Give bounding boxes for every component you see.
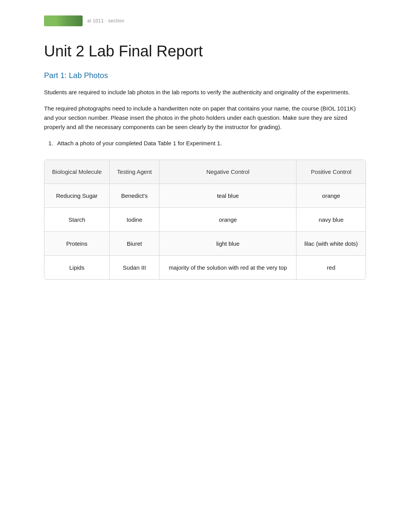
page-title: Unit 2 Lab Final Report — [44, 42, 366, 60]
cell-testing-agent: Sudan III — [110, 256, 159, 280]
cell-positive-control: navy blue — [296, 208, 366, 232]
table-row: Reducing SugarBenedict'steal blueorange — [44, 184, 366, 208]
cell-negative-control: majority of the solution with red at the… — [159, 256, 296, 280]
table-row: StarchIodineorangenavy blue — [44, 208, 366, 232]
header-bar: al 1011 · section — [44, 15, 366, 26]
cell-positive-control: lilac (with white dots) — [296, 232, 366, 256]
logo-block — [44, 15, 83, 26]
data-table-wrapper: Biological Molecule Testing Agent Negati… — [44, 160, 366, 280]
cell-testing-agent: Iodine — [110, 208, 159, 232]
section1-paragraph1: Students are required to include lab pho… — [44, 88, 366, 97]
col-header-molecule: Biological Molecule — [44, 160, 110, 184]
cell-molecule: Starch — [44, 208, 110, 232]
col-header-positive: Positive Control — [296, 160, 366, 184]
cell-negative-control: teal blue — [159, 184, 296, 208]
header-subtitle: al 1011 · section — [87, 18, 124, 24]
data-table: Biological Molecule Testing Agent Negati… — [44, 160, 366, 279]
cell-negative-control: light blue — [159, 232, 296, 256]
table-row: ProteinsBiuretlight bluelilac (with whit… — [44, 232, 366, 256]
cell-molecule: Reducing Sugar — [44, 184, 110, 208]
cell-negative-control: orange — [159, 208, 296, 232]
section1-heading: Part 1: Lab Photos — [44, 71, 366, 80]
cell-testing-agent: Benedict's — [110, 184, 159, 208]
col-header-negative: Negative Control — [159, 160, 296, 184]
table-row: LipidsSudan IIImajority of the solution … — [44, 256, 366, 280]
cell-molecule: Lipids — [44, 256, 110, 280]
cell-molecule: Proteins — [44, 232, 110, 256]
section1-list: Attach a photo of your completed Data Ta… — [55, 139, 366, 148]
cell-testing-agent: Biuret — [110, 232, 159, 256]
section1-paragraph2: The required photographs need to include… — [44, 104, 366, 132]
col-header-testing-agent: Testing Agent — [110, 160, 159, 184]
list-item-1: Attach a photo of your completed Data Ta… — [55, 139, 366, 148]
cell-positive-control: orange — [296, 184, 366, 208]
cell-positive-control: red — [296, 256, 366, 280]
table-header-row: Biological Molecule Testing Agent Negati… — [44, 160, 366, 184]
